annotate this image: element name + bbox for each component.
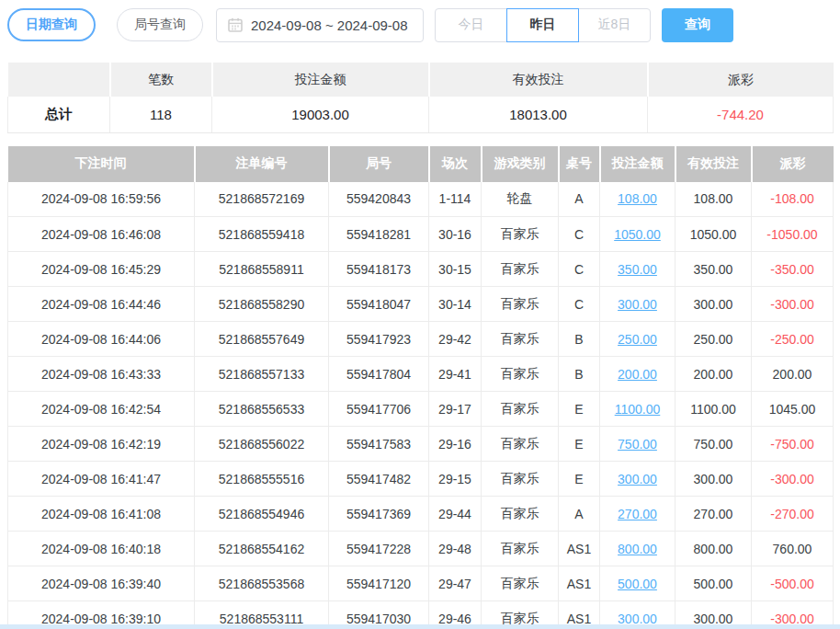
session-cell: 29-42 — [429, 322, 482, 357]
payout-cell: -108.00 — [752, 182, 834, 217]
game-type-cell: 百家乐 — [482, 497, 559, 532]
table-row: 2024-09-08 16:42:19 521868556022 5594175… — [8, 427, 834, 462]
valid-bet-cell: 500.00 — [675, 566, 752, 601]
session-cell: 29-15 — [429, 462, 482, 497]
table-row: 2024-09-08 16:42:54 521868556533 5594177… — [8, 392, 834, 427]
header-session: 场次 — [429, 146, 482, 182]
bet-amount-cell: 300.00 — [600, 462, 675, 497]
round-id-cell: 559418173 — [329, 252, 429, 287]
game-type-cell: 百家乐 — [482, 566, 559, 601]
valid-bet-cell: 200.00 — [675, 357, 752, 392]
bet-amount-cell: 350.00 — [600, 252, 675, 287]
header-game-type: 游戏类别 — [482, 146, 559, 182]
round-id-cell: 559417804 — [329, 357, 429, 392]
table-row: 2024-09-08 16:39:40 521868553568 5594171… — [8, 566, 834, 601]
header-bet-time: 下注时间 — [8, 146, 195, 182]
records-page: 日期查询 局号查询 2024-09-08 ~ 2024-09-08 今日 — [0, 0, 840, 629]
session-cell: 30-15 — [429, 252, 482, 287]
bet-amount-link[interactable]: 500.00 — [618, 577, 657, 591]
summary-header-count: 笔数 — [110, 63, 212, 97]
session-cell: 29-48 — [429, 532, 482, 566]
bet-id-cell: 521868572169 — [195, 182, 329, 217]
bet-amount-link[interactable]: 300.00 — [618, 297, 657, 312]
bet-amount-link[interactable]: 270.00 — [618, 507, 657, 521]
session-cell: 30-14 — [429, 287, 482, 322]
bet-time-cell: 2024-09-08 16:41:08 — [8, 497, 195, 532]
bet-amount-cell: 108.00 — [600, 182, 675, 217]
bet-amount-link[interactable]: 1100.00 — [615, 402, 661, 417]
quick-last8days-button[interactable]: 近8日 — [578, 8, 651, 42]
round-id-cell: 559417706 — [329, 392, 429, 427]
bet-amount-cell: 750.00 — [600, 427, 675, 462]
table-no-cell: E — [559, 427, 600, 462]
valid-bet-cell: 350.00 — [675, 252, 752, 287]
query-toolbar: 日期查询 局号查询 2024-09-08 ~ 2024-09-08 今日 — [7, 7, 833, 42]
bet-amount-cell: 1050.00 — [600, 217, 675, 252]
search-button[interactable]: 查询 — [662, 8, 733, 42]
payout-cell: -500.00 — [752, 566, 834, 601]
table-no-cell: B — [559, 322, 600, 357]
bet-amount-cell: 500.00 — [600, 566, 675, 601]
calendar-icon — [228, 17, 243, 32]
round-id-cell: 559417369 — [329, 497, 429, 532]
bet-amount-link[interactable]: 350.00 — [618, 262, 657, 277]
round-id-cell: 559418047 — [329, 287, 429, 322]
horizontal-scrollbar[interactable] — [0, 624, 840, 629]
summary-total-row: 总计 118 19003.00 18013.00 -744.20 — [8, 97, 834, 132]
bet-amount-link[interactable]: 200.00 — [618, 367, 657, 382]
table-row: 2024-09-08 16:44:06 521868557649 5594179… — [8, 322, 834, 357]
header-round-id: 局号 — [329, 146, 429, 182]
date-range-input[interactable]: 2024-09-08 ~ 2024-09-08 — [216, 8, 424, 42]
bet-amount-cell: 300.00 — [600, 287, 675, 322]
summary-header-valid-bet: 有效投注 — [429, 63, 648, 97]
bet-amount-cell: 1100.00 — [600, 392, 675, 427]
summary-header-row: 笔数 投注金额 有效投注 派彩 — [8, 63, 834, 97]
bet-time-cell: 2024-09-08 16:43:33 — [8, 357, 195, 392]
valid-bet-cell: 300.00 — [675, 287, 752, 322]
bet-time-cell: 2024-09-08 16:39:40 — [8, 566, 195, 601]
valid-bet-cell: 300.00 — [675, 462, 752, 497]
table-no-cell: AS1 — [559, 566, 600, 601]
summary-header-empty — [8, 63, 110, 97]
bet-time-cell: 2024-09-08 16:42:19 — [8, 427, 195, 462]
round-id-cell: 559417583 — [329, 427, 429, 462]
bet-amount-link[interactable]: 750.00 — [618, 437, 657, 452]
bet-id-cell: 521868557649 — [195, 322, 329, 357]
bet-id-cell: 521868554162 — [195, 532, 329, 566]
table-no-cell: AS1 — [559, 532, 600, 566]
game-type-cell: 百家乐 — [482, 357, 559, 392]
date-query-tab-button[interactable]: 日期查询 — [7, 8, 96, 41]
table-no-cell: C — [559, 252, 600, 287]
session-cell: 1-114 — [429, 182, 482, 217]
payout-cell: -300.00 — [752, 462, 834, 497]
round-id-cell: 559417482 — [329, 462, 429, 497]
bet-time-cell: 2024-09-08 16:46:08 — [8, 217, 195, 252]
bet-amount-link[interactable]: 300.00 — [618, 472, 657, 486]
table-no-cell: A — [559, 182, 600, 217]
session-cell: 29-44 — [429, 497, 482, 532]
table-row: 2024-09-08 16:59:56 521868572169 5594208… — [8, 182, 834, 217]
table-row: 2024-09-08 16:40:18 521868554162 5594172… — [8, 532, 834, 566]
game-type-cell: 百家乐 — [482, 322, 559, 357]
quick-today-button[interactable]: 今日 — [435, 8, 507, 42]
bet-time-cell: 2024-09-08 16:45:29 — [8, 252, 195, 287]
bet-id-cell: 521868558290 — [195, 287, 329, 322]
header-valid-bet: 有效投注 — [675, 146, 752, 182]
payout-cell: -1050.00 — [752, 217, 834, 252]
payout-cell: -250.00 — [752, 322, 834, 357]
table-row: 2024-09-08 16:44:46 521868558290 5594180… — [8, 287, 834, 322]
bet-amount-link[interactable]: 108.00 — [618, 191, 657, 206]
table-row: 2024-09-08 16:46:08 521868559418 5594182… — [8, 217, 834, 252]
round-query-tab-button[interactable]: 局号查询 — [117, 8, 203, 41]
payout-cell: 1045.00 — [752, 392, 834, 427]
bet-amount-link[interactable]: 250.00 — [618, 332, 657, 347]
summary-total-payout: -744.20 — [648, 97, 834, 132]
bet-id-cell: 521868555516 — [195, 462, 329, 497]
bet-table-header-row: 下注时间 注单编号 局号 场次 游戏类别 桌号 投注金额 有效投注 派彩 — [8, 146, 834, 182]
summary-total-label: 总计 — [8, 97, 110, 132]
summary-total-count: 118 — [110, 97, 212, 132]
bet-time-cell: 2024-09-08 16:44:46 — [8, 287, 195, 322]
bet-amount-link[interactable]: 800.00 — [618, 542, 657, 556]
quick-yesterday-button[interactable]: 昨日 — [506, 8, 579, 42]
bet-amount-link[interactable]: 1050.00 — [614, 227, 661, 242]
